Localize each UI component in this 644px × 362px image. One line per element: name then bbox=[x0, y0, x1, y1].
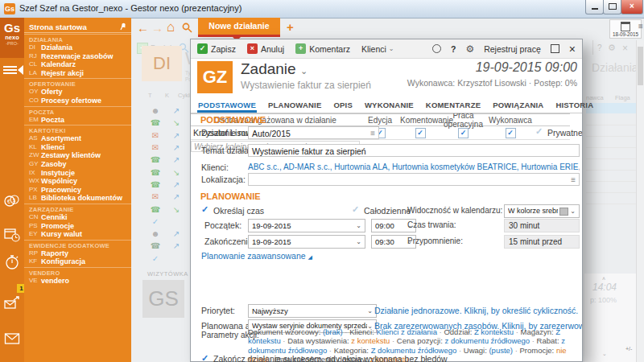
sidebar-item-cn[interactable]: CNCenniki bbox=[24, 213, 131, 222]
tab-powiązania[interactable]: POWIĄZANIA bbox=[492, 101, 544, 113]
sidebar-item-lb[interactable]: LBBiblioteka dokumentów bbox=[24, 194, 131, 203]
sidebar-item-cl[interactable]: CLKalendarz bbox=[24, 60, 131, 69]
sidebar-item-zw[interactable]: ZWZestawy klientów bbox=[24, 151, 131, 160]
finish-success-checkbox[interactable]: ✓ bbox=[201, 353, 208, 362]
param-value[interactable]: Klienci z działania bbox=[376, 327, 437, 336]
sidebar-item-home[interactable]: Strona startowa bbox=[24, 21, 131, 33]
globe-icon[interactable] bbox=[432, 44, 441, 53]
sidebar-item-kl[interactable]: KLKlienci bbox=[24, 143, 131, 152]
sidebar-item-ps[interactable]: PSPromocje bbox=[24, 222, 131, 231]
tab-wykonanie[interactable]: WYKONANIE bbox=[364, 101, 415, 113]
send-mail-icon[interactable] bbox=[3, 295, 21, 313]
register-work-button[interactable]: Rejestruj pracę bbox=[484, 44, 541, 54]
date-widget[interactable]: 18-09-2015 bbox=[609, 19, 642, 39]
sidebar-item-wx[interactable]: WXWspólnicy bbox=[24, 177, 131, 186]
permission-cell[interactable]: ✓ bbox=[400, 127, 440, 138]
tab-planowanie[interactable]: PLANOWANIE bbox=[267, 101, 322, 113]
sidebar-item-ix[interactable]: IXInstytucje bbox=[24, 169, 131, 178]
advanced-planning-link[interactable]: Planowanie zaawansowane ◢ bbox=[201, 251, 312, 261]
tab-komentarze[interactable]: KOMENTARZE bbox=[425, 101, 481, 113]
all-day-checkbox[interactable]: ✓ bbox=[352, 204, 359, 215]
back-icon[interactable]: ← bbox=[137, 21, 149, 35]
minimize-icon bbox=[592, 8, 598, 10]
add-tab-icon[interactable]: + bbox=[287, 20, 294, 34]
clients-links[interactable]: ABC s.c., AD-MAR s.c., Hurtownia ALA, Hu… bbox=[248, 162, 580, 171]
comment-button[interactable]: + Komentarz bbox=[295, 43, 350, 54]
param-value[interactable]: z kontekstu bbox=[351, 336, 390, 345]
sidebar-item-as[interactable]: ASAsortyment bbox=[24, 134, 131, 143]
visibility-dropdown[interactable]: W kolorze srebrnym ⌄ bbox=[504, 204, 580, 218]
save-button[interactable]: ✓ Zapisz bbox=[197, 43, 236, 54]
currency-coins-icon[interactable]: €$ bbox=[3, 192, 21, 210]
main-scrollbar[interactable] bbox=[636, 40, 644, 362]
permission-checkbox[interactable]: ✓ bbox=[506, 128, 516, 138]
list-item-faded: ✓ bbox=[143, 253, 188, 265]
sidebar-item-ey[interactable]: EYKursy walut bbox=[24, 230, 131, 239]
scrollbar-thumb[interactable] bbox=[638, 47, 643, 85]
param-value[interactable]: z dokumentu źródłowego bbox=[445, 336, 530, 345]
end-date-dropdown[interactable]: 19-09-2015⌄ bbox=[248, 235, 365, 249]
logo-subtext: nexo bbox=[0, 35, 24, 41]
permission-checkbox[interactable]: ✓ bbox=[458, 128, 469, 138]
sidebar-item-em[interactable]: EMPoczta bbox=[24, 116, 131, 125]
sidebar-item-gy[interactable]: GYZasoby bbox=[24, 160, 131, 169]
list-item-faded: ✉↗ bbox=[143, 130, 188, 142]
priority-dropdown[interactable]: Najwyższy⌄ bbox=[248, 304, 377, 318]
sidebar-item-px[interactable]: PXPracownicy bbox=[24, 186, 131, 195]
sidebar-item-ve[interactable]: VEvendero bbox=[24, 277, 131, 286]
forward-icon[interactable]: → bbox=[151, 21, 163, 35]
sidebar-item-la[interactable]: LARejestr akcji bbox=[24, 69, 131, 78]
tab-opis[interactable]: OPIS bbox=[332, 101, 353, 113]
param-value[interactable]: (brak) bbox=[323, 327, 343, 336]
help-button[interactable]: ? bbox=[451, 44, 456, 54]
options-menu-icon[interactable]: ≡ bbox=[638, 22, 643, 31]
restore-button[interactable] bbox=[603, 0, 621, 14]
recurrence-link[interactable]: Działanie jednorazowe. Kliknij, by okreś… bbox=[374, 306, 578, 315]
mail-icon: ✉ bbox=[143, 131, 167, 140]
envelope-icon[interactable] bbox=[3, 330, 21, 348]
new-action-button[interactable]: Nowe działanie bbox=[198, 18, 280, 37]
maximize-dialog-icon[interactable] bbox=[551, 44, 559, 53]
sidebar-item-label: Poczta bbox=[41, 116, 64, 125]
minimize-button[interactable] bbox=[585, 0, 604, 14]
permission-checkbox[interactable]: ✓ bbox=[415, 128, 426, 138]
number-field[interactable]: ≡ Auto/2015 bbox=[248, 126, 379, 139]
sidebar-item-code: EY bbox=[29, 230, 41, 239]
tab-podstawowe[interactable]: PODSTAWOWE bbox=[197, 101, 257, 113]
pin-icon[interactable] bbox=[119, 23, 126, 31]
permission-cell[interactable]: ✓ bbox=[440, 127, 486, 138]
start-date-dropdown[interactable]: 19-09-2015⌄ bbox=[248, 219, 365, 232]
cancel-button[interactable]: × Anuluj bbox=[247, 43, 284, 54]
sidebar-item-di[interactable]: DIDziałania bbox=[24, 43, 131, 52]
sidebar-item-rj[interactable]: RJRezerwacje zasobów bbox=[24, 52, 131, 61]
sidebar-section-header: VENDERO bbox=[24, 267, 131, 277]
close-dialog-icon[interactable]: × bbox=[569, 43, 576, 56]
clients-menu-button[interactable]: Klienci ⌄ bbox=[361, 44, 394, 54]
hamburger-menu-icon[interactable] bbox=[3, 64, 17, 76]
settings-gear-icon[interactable]: ⚙ bbox=[465, 43, 474, 55]
section-basic-header: PODSTAWOWE bbox=[200, 115, 266, 125]
tab-historia[interactable]: HISTORIA bbox=[555, 101, 594, 113]
sidebar-item-oy[interactable]: OYOferty bbox=[24, 88, 131, 97]
define-time-checkbox[interactable]: ✓ bbox=[201, 204, 208, 215]
home-icon[interactable]: ⌂ bbox=[167, 19, 175, 35]
location-field[interactable]: ≡ bbox=[248, 173, 580, 186]
people-column-header: Komentowanie bbox=[400, 116, 440, 125]
field-menu-icon[interactable]: ≡ bbox=[370, 127, 375, 140]
param-value[interactable]: Z kontekstu bbox=[474, 327, 514, 336]
calendar-clock-icon[interactable] bbox=[3, 226, 21, 244]
param-value[interactable]: (puste) bbox=[489, 346, 513, 355]
close-button[interactable]: × bbox=[621, 0, 643, 14]
search-icon[interactable] bbox=[182, 23, 192, 33]
param-value[interactable]: Z dokumentu źródłowego bbox=[371, 346, 457, 355]
sidebar-item-kf[interactable]: KFKonfiguracja bbox=[24, 257, 131, 266]
sidebar-item-rp[interactable]: RPRaporty bbox=[24, 249, 131, 258]
subject-field[interactable]: Wystawienie faktur za sierpień bbox=[248, 144, 580, 157]
permission-cell[interactable]: ✓ bbox=[486, 127, 535, 138]
arrow-up-icon: ↗ bbox=[167, 229, 185, 238]
field-menu-icon[interactable]: ≡ bbox=[571, 174, 576, 187]
task-type-title[interactable]: Zadanie ⌄ bbox=[241, 60, 308, 78]
sidebar-item-co[interactable]: COProcesy ofertowe bbox=[24, 97, 131, 105]
private-checkbox[interactable]: ✓ bbox=[535, 126, 543, 137]
stopwatch-icon[interactable] bbox=[3, 253, 21, 271]
